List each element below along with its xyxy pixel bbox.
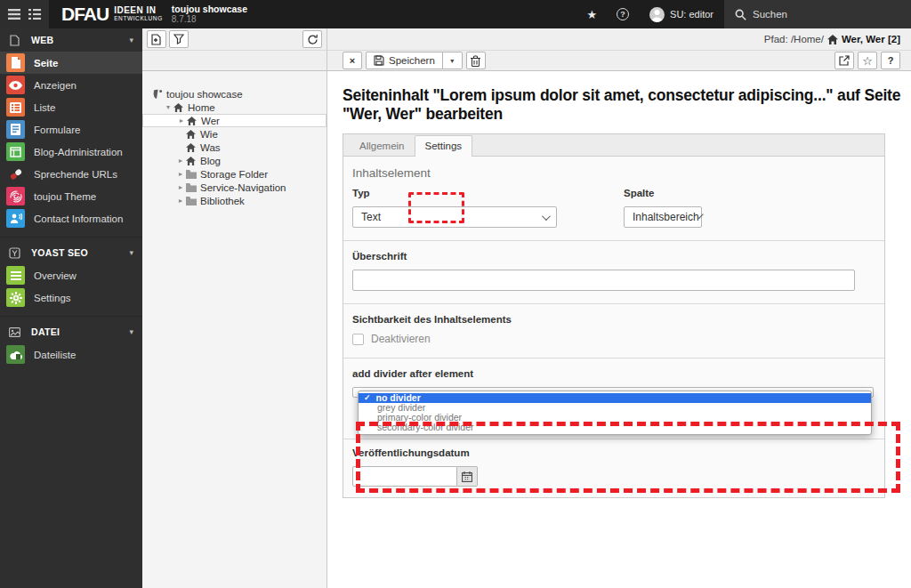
topbar: DFAU IDEEN IN ENTWICKLUNG toujou showcas… <box>0 0 911 28</box>
expander-closed-icon[interactable]: ▸ <box>176 157 185 165</box>
section-header-web[interactable]: WEB ▾ <box>0 28 142 52</box>
view-webpage-button[interactable] <box>834 52 854 69</box>
option-no-divider[interactable]: ✓ no divider <box>359 393 871 403</box>
typ-select[interactable]: Text <box>352 206 557 228</box>
sidebar-item-seite[interactable]: Seite <box>0 52 142 74</box>
content-area: Seiteninhalt "Lorem ipsum dolor sit amet… <box>327 71 911 588</box>
sidebar-item-formulare[interactable]: Formulare <box>0 118 142 141</box>
tree-node-bibliothek[interactable]: ▸ Bibliothek <box>142 194 327 207</box>
save-options-caret[interactable]: ▾ <box>443 52 463 69</box>
refresh-button[interactable] <box>302 30 322 48</box>
page-title: Seiteninhalt "Lorem ipsum dolor sit amet… <box>343 86 907 124</box>
tree-node-wie[interactable]: Wie <box>142 127 327 141</box>
section-divider <box>0 230 142 238</box>
expander-open-icon[interactable]: ▾ <box>164 103 173 111</box>
menu-toggle-icon[interactable] <box>7 7 21 21</box>
section-header-datei[interactable]: DATEI ▾ <box>0 320 142 343</box>
tree-node-root[interactable]: toujou showcase <box>142 87 327 101</box>
typ-label: Typ <box>352 188 557 198</box>
brand-tagline-2: ENTWICKLUNG <box>114 14 163 22</box>
bookmark-button[interactable]: ☆ <box>858 52 877 69</box>
web-section-icon <box>8 35 20 46</box>
deaktivieren-checkbox[interactable] <box>352 334 364 345</box>
chevron-down-icon: ▾ <box>129 36 133 44</box>
topbar-search[interactable] <box>724 0 911 28</box>
sidebar-item-settings[interactable]: Settings <box>0 286 142 309</box>
expander-closed-icon[interactable]: ▸ <box>176 170 185 178</box>
divider-dropdown: ✓ no divider grey divider primary-color … <box>352 387 875 433</box>
tree-node-blog[interactable]: ▸ Blog <box>142 154 327 167</box>
expander-closed-icon[interactable]: ▸ <box>177 117 186 125</box>
current-page-label: Wer, Wer [2] <box>842 34 900 44</box>
tree-node-wer[interactable]: ▸ Wer <box>142 114 327 127</box>
site-version: 8.7.18 <box>172 14 247 24</box>
section-header-yoast-seo[interactable]: YOAST SEO ▾ <box>0 241 142 264</box>
typo3-logo-icon <box>151 89 163 100</box>
filter-button[interactable] <box>169 30 189 48</box>
tab-allgemein[interactable]: Allgemein <box>350 136 415 156</box>
option-secondary-color-divider[interactable]: secondary-color divider <box>359 423 871 432</box>
contacts-icon <box>6 209 25 228</box>
sidebar-item-liste[interactable]: Liste <box>0 96 142 118</box>
sidebar-item-dateiliste[interactable]: Dateiliste <box>0 343 142 366</box>
sidebar-item-contact-information[interactable]: Contact Information <box>0 207 142 230</box>
calendar-icon[interactable] <box>457 466 478 487</box>
new-page-button[interactable] <box>147 30 166 48</box>
tree-node-service-navigation[interactable]: ▸ Service-Navigation <box>142 181 327 194</box>
sidebar-item-sprechende-urls[interactable]: Sprechende URLs <box>0 163 142 185</box>
form-module-icon <box>6 120 25 139</box>
tree-node-was[interactable]: Was <box>142 141 327 154</box>
record-edit-form: Allgemein Settings Inhaltselement Typ Te… <box>343 133 885 498</box>
user-menu[interactable]: SU: editor <box>639 0 724 28</box>
yoast-icon <box>8 247 20 259</box>
sidebar-item-anzeigen[interactable]: Anzeigen <box>0 74 142 96</box>
gear-icon <box>6 288 25 307</box>
close-button[interactable]: × <box>343 52 362 69</box>
sidebar-item-toujou-theme[interactable]: toujou Theme <box>0 185 142 207</box>
pill-icon <box>6 165 25 183</box>
sidebar-item-overview[interactable]: Overview <box>0 264 142 286</box>
section-inhaltselement: Inhaltselement Typ Text Spalte <box>343 157 884 240</box>
site-info: toujou showcase 8.7.18 <box>163 0 247 28</box>
bookmark-star-icon[interactable]: ★ <box>576 0 607 28</box>
folder-icon <box>185 197 197 205</box>
tab-settings[interactable]: Settings <box>415 135 473 157</box>
chevron-down-icon <box>542 212 551 221</box>
site-name: toujou showcase <box>172 4 247 14</box>
home-icon <box>173 103 184 112</box>
home-icon <box>185 130 197 139</box>
search-input[interactable] <box>753 9 877 20</box>
save-button[interactable]: Speichern <box>366 52 443 69</box>
chevron-down-icon: ▾ <box>129 248 133 257</box>
spalte-label: Spalte <box>624 188 702 198</box>
delete-button[interactable] <box>466 52 486 69</box>
help-icon[interactable]: ? <box>607 0 639 28</box>
datum-input[interactable] <box>352 466 457 487</box>
expander-closed-icon[interactable]: ▸ <box>176 197 185 205</box>
divider-options-list: ✓ no divider grey divider primary-color … <box>358 391 872 435</box>
pagetree-toggle-icon[interactable] <box>28 7 42 21</box>
breadcrumb: Pfad: /Home/ Wer, Wer [2] <box>327 28 911 51</box>
tree-node-home[interactable]: ▾ Home <box>142 101 327 114</box>
expander-closed-icon[interactable]: ▸ <box>176 183 185 191</box>
section-sichtbarkeit: Sichtbarkeit des Inhaltselements Deaktiv… <box>343 303 884 358</box>
tree-node-storage-folder[interactable]: ▸ Storage Folder <box>142 167 327 181</box>
section-ueberschrift: Überschrift <box>343 240 884 303</box>
sidebar-item-blog-administration[interactable]: Blog-Administration <box>0 141 142 163</box>
brand-logo[interactable]: DFAU IDEEN IN ENTWICKLUNG <box>49 0 163 28</box>
tab-bar: Allgemein Settings <box>343 133 885 156</box>
avatar <box>649 7 665 22</box>
ueberschrift-label: Überschrift <box>352 251 875 262</box>
section-label: DATEI <box>31 326 60 337</box>
section-divider <box>0 309 142 317</box>
topbar-toggles <box>0 0 49 28</box>
docheader-help-button[interactable]: ? <box>881 52 900 69</box>
chevron-down-icon: ▾ <box>129 327 133 336</box>
section-label: YOAST SEO <box>31 247 88 258</box>
username-label: SU: editor <box>670 9 713 20</box>
deaktivieren-label: Deaktivieren <box>371 333 431 345</box>
ueberschrift-input[interactable] <box>352 270 855 291</box>
image-icon <box>8 327 20 337</box>
folder-icon <box>185 170 197 179</box>
spalte-select[interactable]: Inhaltsbereich <box>624 206 702 228</box>
